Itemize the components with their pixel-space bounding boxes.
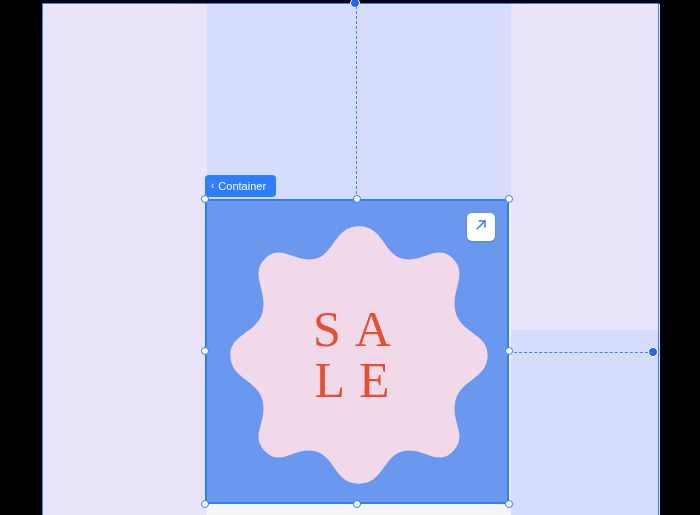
resize-handle-s[interactable] [353, 500, 361, 508]
alignment-guide-horizontal [509, 352, 653, 353]
selected-container[interactable]: SA LE [205, 199, 509, 504]
resize-handle-w[interactable] [201, 347, 209, 355]
bg-tile [511, 4, 660, 200]
resize-handle-n[interactable] [353, 195, 361, 203]
resize-handle-ne[interactable] [505, 195, 513, 203]
bg-tile [43, 200, 207, 515]
resize-handle-nw[interactable] [201, 195, 209, 203]
resize-handle-sw[interactable] [201, 500, 209, 508]
editor-stage: ‹ Container SA LE [0, 0, 700, 515]
breadcrumb-label: Container [218, 175, 266, 197]
resize-handle-e[interactable] [505, 347, 513, 355]
sale-text[interactable]: SA LE [313, 304, 405, 406]
bg-tile [511, 200, 660, 330]
alignment-guide-vertical [356, 6, 357, 199]
parent-breadcrumb[interactable]: ‹ Container [205, 175, 276, 197]
burst-graphic[interactable]: SA LE [225, 219, 493, 491]
bg-tile [511, 330, 660, 515]
chevron-left-icon: ‹ [211, 181, 214, 191]
bg-tile [43, 4, 207, 200]
bg-tile [207, 4, 511, 200]
resize-handle-se[interactable] [505, 500, 513, 508]
